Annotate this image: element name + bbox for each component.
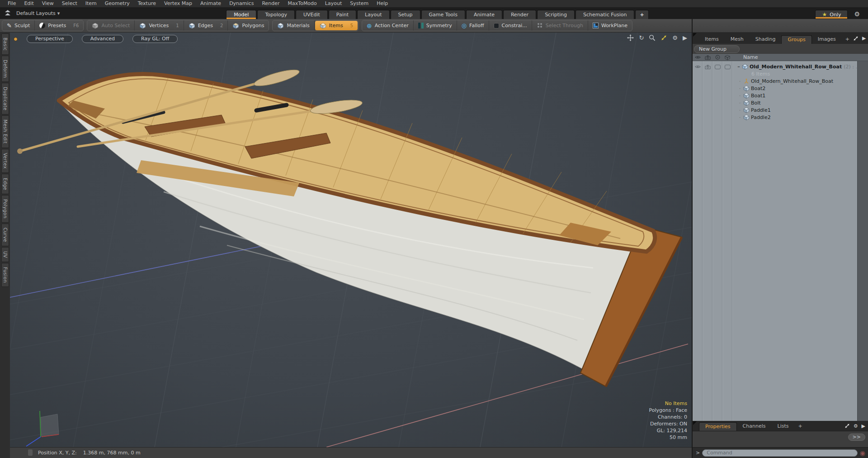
menu-vertex-map[interactable]: Vertex Map [160,0,196,7]
tab-groups[interactable]: Groups [781,35,811,44]
tab-paint[interactable]: Paint [329,10,356,19]
bottom-more-icon[interactable]: ▶ [862,423,865,429]
tree-item-boat1[interactable]: · Boat1 [737,92,868,99]
tree-item-paddle1[interactable]: · Paddle1 [737,106,868,114]
tree-scrollbar[interactable] [857,61,868,421]
left-tab-duplicate[interactable]: Duplicate [1,83,9,114]
select-through-button[interactable]: Select Through [532,20,588,31]
materials-button[interactable]: Materials [273,20,314,31]
bottom-gear-icon[interactable]: ⚙ [854,423,858,429]
tab-game-tools[interactable]: Game Tools [421,10,465,19]
layout-switcher[interactable]: Default Layouts▾ [16,10,60,16]
tree-item-bolt[interactable]: · Bolt [737,99,868,106]
camera-mode-button[interactable]: Perspective [27,35,73,43]
statusbar-handle[interactable] [28,449,33,456]
maximize-icon[interactable] [660,34,667,41]
shading-mode-button[interactable]: Advanced [82,35,123,43]
tab-scripting[interactable]: Scripting [537,10,575,19]
group-checkbox-1[interactable] [715,65,721,69]
add-bottom-tab-button[interactable]: + [794,422,806,431]
tree-item-boat2[interactable]: · Boat2 [737,85,868,92]
tab-shading[interactable]: Shading [750,35,782,44]
panel-more-icon[interactable]: ▶ [862,35,866,41]
tab-images[interactable]: Images [812,35,842,44]
tab-setup[interactable]: Setup [391,10,420,19]
tab-topology[interactable]: Topology [257,10,295,19]
3d-viewport[interactable]: Perspective Advanced Ray GL: Off ↻ ⚙ ▶ N… [10,33,692,447]
pan-icon[interactable] [627,34,634,41]
left-tab-fusion[interactable]: Fusion [1,263,9,287]
record-macro-icon[interactable]: ◉ [860,450,865,456]
add-panel-tab-button[interactable]: + [842,35,853,44]
menu-view[interactable]: View [38,0,58,7]
tab-channels[interactable]: Channels [737,422,772,431]
left-tab-edge[interactable]: Edge [1,174,9,194]
menu-select[interactable]: Select [58,0,81,7]
panel-corner-wedge[interactable] [693,421,697,425]
rowboat-model[interactable] [17,67,682,386]
items-button[interactable]: Items5 [315,21,358,30]
tab-items[interactable]: Items [699,35,725,44]
tab-uvedit[interactable]: UVEdit [296,10,328,19]
tab-animate[interactable]: Animate [466,10,502,19]
tab-model[interactable]: Model [226,10,256,19]
viewport-more-icon[interactable]: ▶ [683,35,687,41]
tree-item-paddle2[interactable]: · Paddle2 [737,114,868,121]
add-workspace-tab-button[interactable]: + [635,10,648,19]
left-tab-curve[interactable]: Curve [1,224,9,246]
orbit-icon[interactable]: ↻ [639,35,644,41]
edges-button[interactable]: Edges2 [184,20,228,31]
menu-dynamics[interactable]: Dynamics [225,0,258,7]
falloff-button[interactable]: ◎Falloff [457,20,489,31]
group-visibility-toggle[interactable] [695,65,701,69]
left-tab-polygon[interactable]: Polygon [1,195,9,223]
tab-schematic-fusion[interactable]: Schematic Fusion [576,10,634,19]
auto-select-button[interactable]: Auto Select [87,20,135,31]
zoom-icon[interactable] [649,34,656,41]
tab-properties[interactable]: Properties [699,422,737,431]
workplane-button[interactable]: WorkPlane [588,20,632,31]
menu-maxtomodo[interactable]: MaxToModo [284,0,321,7]
tab-mesh-ops[interactable]: Mesh Ops [725,35,750,44]
viewport-menu-dot-icon[interactable] [14,37,18,41]
menu-animate[interactable]: Animate [196,0,225,7]
lock-column-icon[interactable] [715,55,720,60]
left-tab-basic[interactable]: Basic [1,33,9,55]
expand-panel-icon[interactable] [844,423,850,429]
left-tab-mesh-edit[interactable]: Mesh Edit [1,115,9,148]
group-collapse-icon[interactable]: – [736,64,741,70]
only-button[interactable]: ★Only [815,10,848,19]
panel-corner-wedge[interactable] [693,33,697,37]
name-column-header[interactable]: Name [743,54,758,60]
left-tab-vertex[interactable]: Vertex [1,149,9,173]
menu-edit[interactable]: Edit [20,0,38,7]
viewport-canvas[interactable] [10,33,692,447]
constraint-button[interactable]: Constrai... [489,20,532,31]
group-row[interactable]: – Old_Modern_Whitehall_Row_Boat (2) : ..… [693,63,868,71]
expand-panel-icon[interactable] [853,36,859,41]
new-group-button[interactable]: New Group [694,45,740,53]
symmetry-button[interactable]: Symmetry [414,20,457,31]
tab-layout[interactable]: Layout [357,10,389,19]
viewport-gear-icon[interactable]: ⚙ [672,35,678,41]
menu-layout[interactable]: Layout [321,0,346,7]
expand-properties-button[interactable]: >> [848,434,865,441]
group-checkbox-2[interactable] [725,65,731,69]
raygl-button[interactable]: Ray GL: Off [132,35,178,43]
menu-geometry[interactable]: Geometry [101,0,134,7]
collapse-toolbars-icon[interactable] [4,10,12,17]
command-input[interactable] [702,449,858,457]
menu-help[interactable]: Help [373,0,392,7]
tab-lists[interactable]: Lists [772,422,795,431]
left-tab-uv[interactable]: UV [1,247,9,262]
tab-render[interactable]: Render [503,10,536,19]
polygons-button[interactable]: Polygons [228,20,269,31]
menu-file[interactable]: File [4,0,20,7]
menu-item[interactable]: Item [81,0,101,7]
left-tab-deform[interactable]: Deform [1,56,9,82]
action-center-button[interactable]: ⊕Action Center [362,20,414,31]
gear-icon[interactable]: ⚙ [854,10,860,18]
presets-button[interactable]: PresetsF6 [35,20,83,31]
item-column-icon[interactable] [725,55,730,60]
sculpt-button[interactable]: ✎Sculpt [2,20,35,31]
